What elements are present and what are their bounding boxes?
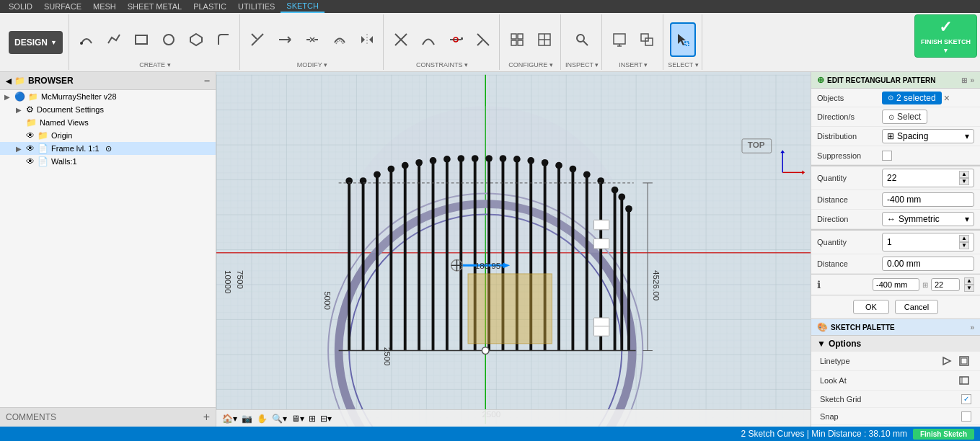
erp-icon: ⊕ [817, 75, 824, 85]
erp-quantity2-label: Quantity [817, 238, 882, 246]
sp-expand-btn[interactable]: » [970, 324, 974, 331]
create-line-btn[interactable] [101, 22, 127, 57]
expand-arrow-root[interactable]: ▶ [3, 92, 12, 101]
erp-quantity1-input[interactable]: 22 ▲ ▼ [882, 169, 974, 187]
erp-distribution-dropdown[interactable]: ⊞ Spacing ▾ [882, 129, 974, 143]
svg-rect-16 [461, 37, 463, 40]
menu-plastic[interactable]: PLASTIC [187, 0, 232, 13]
inspect-btn[interactable] [569, 22, 595, 57]
menu-sketch[interactable]: SKETCH [281, 0, 325, 13]
erp-directions-select-btn[interactable]: ⊙ Select [882, 110, 927, 124]
create-rect-btn[interactable] [128, 22, 154, 57]
svg-rect-31 [641, 34, 648, 41]
sidebar-item-frame[interactable]: ▶ 👁 📄 Frame lvl. 1:1 ⊙ [0, 142, 216, 155]
svg-text:2500: 2500 [383, 347, 392, 366]
sidebar-item-walls[interactable]: ▶ 👁 📄 Walls:1 [0, 155, 216, 168]
erp-suppression-checkbox[interactable] [882, 151, 892, 161]
erp-objects-label: Objects [817, 94, 882, 102]
erp-quantity2-input[interactable]: 1 ▲ ▼ [882, 233, 974, 251]
design-button[interactable]: DESIGN ▼ [9, 31, 63, 54]
insert-btn[interactable] [606, 22, 632, 57]
sp-sketchgrid-check[interactable] [961, 394, 971, 404]
svg-marker-10 [361, 36, 365, 43]
create-fillet-btn[interactable] [211, 22, 237, 57]
svg-point-76 [513, 156, 521, 163]
finish-sketch-small-btn[interactable]: Finish Sketch [913, 429, 974, 440]
modify-trim-btn[interactable] [244, 22, 270, 57]
erp-direction-dropdown[interactable]: ↔ Symmetric ▾ [882, 212, 974, 226]
modify-break-btn[interactable] [299, 22, 325, 57]
root-label: McMurrayShelter v28 [41, 92, 117, 101]
create-arc-btn[interactable] [74, 22, 100, 57]
sp-linetype-icon2[interactable] [957, 354, 971, 368]
constraint-perp-btn[interactable] [415, 22, 441, 57]
svg-point-2 [164, 35, 174, 45]
expand-arrow-frame[interactable]: ▶ [14, 144, 23, 153]
select-btn[interactable] [670, 22, 696, 57]
sidebar-item-origin[interactable]: ▶ 👁 📁 Origin [0, 129, 216, 142]
erp-distance2-input[interactable]: 0.00 mm [882, 257, 974, 271]
erp-distance1-input[interactable]: -400 mm [882, 192, 974, 207]
sidebar-item-doc-settings[interactable]: ▶ ⚙ Document Settings [0, 103, 216, 116]
comments-add-btn[interactable]: + [203, 411, 210, 424]
create-polygon-btn[interactable] [183, 22, 209, 57]
constraint-parallel-btn[interactable] [443, 22, 469, 57]
erp-bottom-up[interactable]: ▲ [964, 277, 974, 285]
menu-mesh[interactable]: MESH [87, 0, 122, 13]
svg-line-27 [583, 41, 588, 45]
svg-point-70 [430, 157, 437, 164]
sp-options-section[interactable]: ▼ Options [811, 336, 980, 352]
finish-sketch-button[interactable]: ✓ FINISH SKETCH ▾ [914, 14, 977, 58]
svg-text:7500: 7500 [236, 270, 245, 289]
canvas-display-btn[interactable]: ⊟▾ [320, 414, 332, 424]
erp-bottom-down[interactable]: ▼ [964, 285, 974, 292]
erp-distribution-value: Spacing [897, 131, 928, 141]
configure-btn[interactable] [504, 22, 530, 57]
erp-cancel-btn[interactable]: Cancel [895, 300, 938, 314]
erp-objects-selected-btn[interactable]: ⊙ 2 selected [882, 92, 942, 104]
insert-btn2[interactable] [634, 22, 660, 57]
erp-bottom-quantity-input[interactable] [931, 278, 960, 291]
canvas-hand-btn[interactable]: ✋ [257, 414, 268, 424]
browser-close-btn[interactable]: − [204, 75, 210, 86]
canvas-view-btn[interactable]: 🖥▾ [291, 414, 304, 424]
erp-bottom-distance-input[interactable] [873, 278, 919, 291]
erp-collapse-btn[interactable]: » [970, 76, 974, 84]
erp-ok-btn[interactable]: OK [853, 300, 889, 314]
svg-rect-28 [614, 34, 625, 44]
comments-label: COMMENTS [6, 412, 56, 422]
erp-qty2-down[interactable]: ▼ [959, 242, 969, 249]
sidebar-item-root[interactable]: ▶ 🔵 📁 McMurrayShelter v28 [0, 90, 216, 103]
inspect-section-label: INSPECT ▾ [565, 61, 599, 70]
svg-text:5000: 5000 [323, 291, 332, 310]
erp-qty1-down[interactable]: ▼ [959, 178, 969, 185]
expand-arrow-doc[interactable]: ▶ [14, 105, 23, 114]
menu-solid[interactable]: SOLID [3, 0, 38, 13]
erp-qty2-up[interactable]: ▲ [959, 235, 969, 242]
menu-sheet-metal[interactable]: SHEET METAL [122, 0, 187, 13]
canvas-grid-btn[interactable]: ⊞ [309, 414, 316, 424]
browser-collapse-icon[interactable]: ◀ [6, 77, 12, 85]
menu-surface[interactable]: SURFACE [38, 0, 87, 13]
sp-lookat-icon[interactable] [957, 373, 971, 388]
menu-utilities[interactable]: UTILITIES [232, 0, 281, 13]
canvas-camera-btn[interactable]: 📷 [242, 414, 252, 424]
erp-qty1-up[interactable]: ▲ [959, 171, 969, 178]
canvas-navigate-btn[interactable]: 🏠▾ [222, 414, 237, 424]
erp-expand-btn[interactable]: ⊞ [961, 76, 967, 84]
canvas-zoom-btn[interactable]: 🔍▾ [272, 414, 287, 424]
modify-mirror-btn[interactable] [354, 22, 380, 57]
svg-point-66 [374, 171, 381, 178]
sidebar-item-named-views[interactable]: ▶ 📁 Named Views [0, 116, 216, 129]
sp-snap-check[interactable] [961, 411, 971, 422]
erp-objects-clear-btn[interactable]: × [944, 92, 950, 104]
create-circle-btn[interactable] [156, 22, 182, 57]
constraint-coinc-btn[interactable] [388, 22, 414, 57]
modify-offset-btn[interactable] [327, 22, 353, 57]
configure-grid-btn[interactable] [531, 22, 557, 57]
modify-extend-btn[interactable] [272, 22, 298, 57]
frame-radio-btn[interactable]: ⊙ [105, 144, 112, 153]
sp-linetype-icon1[interactable] [940, 354, 954, 368]
constraint-equal-btn[interactable] [470, 22, 496, 57]
root-icon: 🔵 [14, 92, 25, 102]
